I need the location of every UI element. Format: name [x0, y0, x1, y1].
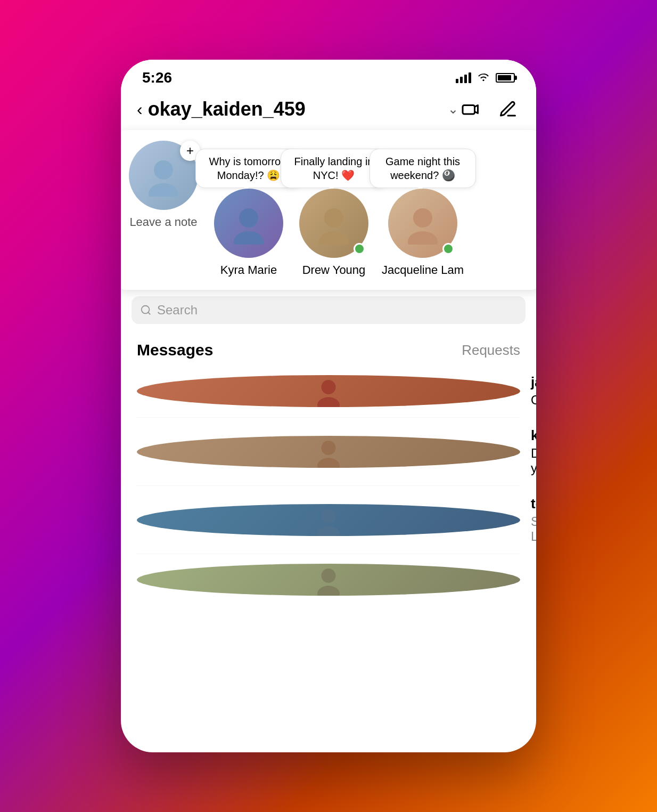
msg-preview-2: Did you leave yet? · 2m: [531, 446, 536, 476]
status-bar: 5:26: [121, 60, 536, 92]
jacq-label: Jacqueline Lam: [382, 263, 464, 277]
msg-avatar-1: [137, 375, 520, 407]
stories-row: + Leave a note Why is tomorrow Monday!? …: [126, 141, 531, 277]
msg-username-1: jaded.elephant17: [531, 374, 536, 391]
svg-line-10: [148, 312, 150, 314]
header-icons: [458, 97, 520, 121]
msg-avatar-3: [137, 504, 520, 536]
video-call-button[interactable]: [458, 97, 483, 121]
app-header: ‹ okay_kaiden_459 ⌄: [121, 92, 536, 130]
svg-point-4: [234, 231, 264, 245]
search-icon: [140, 304, 152, 316]
search-bar[interactable]: Search: [132, 296, 525, 324]
signal-icon: [456, 72, 471, 83]
messages-header: Messages Requests: [137, 330, 520, 364]
msg-username-3: ted_graham321: [531, 496, 536, 512]
search-bar-wrap: Search: [121, 290, 536, 330]
battery-icon: [496, 73, 515, 83]
wifi-icon: [477, 71, 490, 85]
header-username: okay_kaiden_459: [148, 98, 445, 120]
svg-point-19: [317, 458, 340, 468]
svg-point-11: [322, 380, 336, 394]
message-item-4[interactable]: [137, 554, 520, 596]
svg-point-6: [319, 231, 349, 245]
svg-point-33: [317, 586, 340, 596]
svg-point-8: [408, 231, 438, 245]
msg-username-2: kyia_kayaks: [531, 427, 536, 444]
kyra-avatar-wrap: [214, 189, 283, 258]
compose-button[interactable]: [496, 97, 520, 121]
svg-point-7: [413, 208, 432, 228]
svg-point-18: [322, 441, 336, 455]
message-item-2[interactable]: kyia_kayaks Did you leave yet? · 2m: [137, 418, 520, 486]
msg-preview-3: Sounds good! Let's do it · 45m: [531, 514, 536, 544]
svg-point-12: [317, 397, 340, 407]
msg-preview-1: OK · 2m: [531, 393, 536, 408]
requests-button[interactable]: Requests: [462, 342, 520, 359]
msg-content-1: jaded.elephant17 OK · 2m: [531, 374, 536, 408]
story-item-kyra[interactable]: Why is tomorrow Monday!? 😩 Kyra Marie: [211, 189, 286, 277]
jacq-note: Game night this weekend? 🎱: [369, 149, 476, 188]
phone-frame: 5:26 ‹ okay_kaiden_459 ⌄: [121, 60, 536, 752]
messages-title: Messages: [137, 341, 213, 359]
drew-avatar-wrap: [299, 189, 368, 258]
jacq-avatar-wrap: [388, 189, 457, 258]
message-item-3[interactable]: ted_graham321 Sounds good! Let's do it ·…: [137, 486, 520, 554]
msg-avatar-2: [137, 436, 520, 468]
svg-point-9: [142, 306, 150, 314]
search-placeholder: Search: [157, 303, 198, 318]
svg-rect-0: [463, 105, 475, 115]
kyra-label: Kyra Marie: [220, 263, 277, 277]
dropdown-chevron[interactable]: ⌄: [448, 102, 458, 117]
svg-point-2: [149, 183, 178, 197]
drew-online-dot: [354, 243, 365, 255]
svg-point-3: [239, 208, 258, 228]
jacq-online-dot: [442, 243, 454, 255]
svg-point-25: [322, 509, 336, 523]
svg-point-32: [322, 569, 336, 583]
story-item-jacq[interactable]: Game night this weekend? 🎱 Jacqueline La…: [382, 189, 464, 277]
svg-point-26: [317, 526, 340, 536]
stories-card: + Leave a note Why is tomorrow Monday!? …: [121, 130, 536, 290]
msg-avatar-4: [137, 564, 520, 596]
status-time: 5:26: [142, 69, 172, 86]
back-button[interactable]: ‹: [137, 100, 143, 119]
drew-label: Drew Young: [302, 263, 366, 277]
status-icons: [456, 71, 515, 85]
svg-point-5: [324, 208, 343, 228]
message-item-1[interactable]: jaded.elephant17 OK · 2m: [137, 364, 520, 418]
msg-content-2: kyia_kayaks Did you leave yet? · 2m: [531, 427, 536, 476]
self-avatar-wrap: +: [129, 141, 198, 210]
story-item-drew[interactable]: Finally landing in NYC! ❤️ Drew Young: [297, 189, 371, 277]
story-item-self[interactable]: + Leave a note: [126, 141, 201, 229]
message-list: jaded.elephant17 OK · 2m: [137, 364, 520, 596]
self-label: Leave a note: [129, 215, 197, 229]
messages-section: Messages Requests jaded.elephant17 OK · …: [121, 330, 536, 596]
msg-content-3: ted_graham321 Sounds good! Let's do it ·…: [531, 496, 536, 544]
svg-point-1: [154, 160, 173, 180]
kyra-avatar: [214, 189, 283, 258]
